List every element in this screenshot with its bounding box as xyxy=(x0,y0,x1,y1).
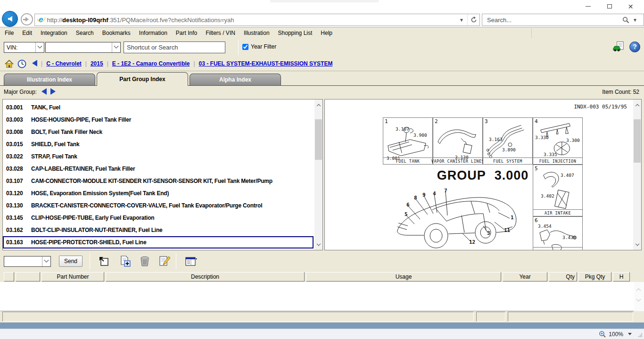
history-clock-icon[interactable] xyxy=(17,59,26,68)
send-button[interactable]: Send xyxy=(59,256,83,267)
scroll-up-icon[interactable] xyxy=(314,100,322,108)
illustration-doc-ref: INDX-003 05/19/95 xyxy=(574,104,627,110)
item-count: Item Count: 52 xyxy=(602,89,639,95)
close-button[interactable]: ✕ xyxy=(620,0,641,13)
scroll-up-icon[interactable] xyxy=(633,100,641,108)
url-scheme: http:// xyxy=(47,17,62,24)
vehicle-select[interactable] xyxy=(45,42,121,53)
major-group-prev-icon[interactable] xyxy=(41,88,47,96)
scroll-down-icon[interactable] xyxy=(633,241,641,249)
breadcrumb-group-link[interactable]: 03 - FUEL SYSTEM-EXHAUST-EMISSION SYSTEM xyxy=(199,60,333,67)
illustration-cell-vapor-canister[interactable]: 2 3.130 VAPOR CANISTER LINES xyxy=(433,117,483,165)
title-bar: ✕ xyxy=(0,0,644,13)
zoom-control[interactable]: 100% xyxy=(599,331,632,338)
list-scrollbar[interactable] xyxy=(314,99,322,250)
column-header-qty[interactable]: Qty xyxy=(549,272,577,281)
vehicle-report-icon[interactable] xyxy=(612,41,625,53)
scroll-down-icon[interactable] xyxy=(636,297,641,302)
search-input[interactable] xyxy=(482,17,622,24)
list-item[interactable]: 03.107CAM-CONNECTOR-MODULE KIT-SENDER KI… xyxy=(3,175,314,187)
refresh-icon[interactable] xyxy=(467,14,479,25)
menu-integration[interactable]: Integration xyxy=(37,28,71,38)
menu-help[interactable]: Help xyxy=(317,28,336,38)
list-select[interactable] xyxy=(4,256,51,267)
list-item[interactable]: 03.015SHIELD, Fuel Tank xyxy=(3,138,314,150)
title-bar-strip xyxy=(270,0,379,2)
results-scroll-area[interactable] xyxy=(634,282,644,311)
column-layout-icon[interactable] xyxy=(185,255,197,267)
status-cell xyxy=(476,312,505,322)
search-dropdown-icon[interactable]: ▼ xyxy=(629,17,641,23)
column-header-blank1[interactable] xyxy=(4,272,14,281)
browser-search-box[interactable]: ▼ xyxy=(482,14,644,26)
list-item-selected[interactable]: 03.163HOSE-PIPE-PROTECTOR-SHIELD, Fuel L… xyxy=(3,236,314,248)
menu-bookmarks[interactable]: Bookmarks xyxy=(99,28,134,38)
results-table-body xyxy=(0,282,634,311)
illustration-cell-air-intake[interactable]: 5 3.407 3.402 AIR INTAKE xyxy=(533,165,583,216)
tab-part-group-index[interactable]: Part Group Index xyxy=(97,72,188,86)
tab-alpha-index[interactable]: Alpha Index xyxy=(190,74,281,85)
maximize-button[interactable] xyxy=(599,0,620,13)
add-document-icon[interactable] xyxy=(119,255,131,267)
menu-information[interactable]: Information xyxy=(135,28,171,38)
list-item[interactable]: 03.028CAP-LABEL-RETAINER, Fuel Tank Fill… xyxy=(3,163,314,175)
illustration-cell-fuel-injection[interactable]: 4 3.330 3.300 3.335 FUEL INJECTION xyxy=(533,117,583,165)
menu-part-info[interactable]: Part Info xyxy=(172,28,201,38)
resize-icon[interactable] xyxy=(98,255,110,267)
list-item[interactable]: 03.022STRAP, Fuel Tank xyxy=(3,150,314,163)
breadcrumb-model-link[interactable]: E - 1E2 - Camaro Convertible xyxy=(112,60,190,67)
shortcut-search-input[interactable] xyxy=(124,41,225,53)
list-item[interactable]: 03.130BRACKET-CANISTER-CONNECTOR-COVER-V… xyxy=(3,199,314,212)
help-icon[interactable]: ? xyxy=(629,41,640,52)
list-item[interactable]: 03.001TANK, Fuel xyxy=(3,101,314,114)
breadcrumb-make-link[interactable]: C - Chevrolet xyxy=(46,60,82,67)
column-header-pkg-qty[interactable]: Pkg Qty xyxy=(578,272,611,281)
list-item[interactable]: 03.145CLIP-HOSE-PIPE-TUBE, Early Fuel Ev… xyxy=(3,212,314,224)
tab-illustration-index[interactable]: Illustration Index xyxy=(4,74,95,85)
results-table-header: Part Number Description Usage Year Qty P… xyxy=(4,272,630,281)
menu-edit[interactable]: Edit xyxy=(18,28,36,38)
scrollbar-thumb[interactable] xyxy=(634,119,641,163)
scrollbar-thumb[interactable] xyxy=(315,119,322,160)
column-header-part-number[interactable]: Part Number xyxy=(41,272,104,281)
search-icon[interactable] xyxy=(622,17,629,24)
list-item[interactable]: 03.162BOLT-CLIP-INSULATOR-NUT-RETAINER, … xyxy=(3,224,314,236)
bottom-divider-bar xyxy=(0,322,644,329)
column-header-usage[interactable]: Usage xyxy=(306,272,501,281)
menu-search[interactable]: Search xyxy=(72,28,98,38)
delete-icon[interactable] xyxy=(139,255,151,267)
edit-document-icon[interactable] xyxy=(158,255,171,267)
minimize-icon xyxy=(586,6,591,7)
year-filter-checkbox[interactable] xyxy=(242,44,248,50)
list-item[interactable]: 03.003HOSE-HOUSING-PIPE, Fuel Tank Fille… xyxy=(3,114,314,126)
menu-filters-vin[interactable]: Filters / VIN xyxy=(202,28,239,38)
status-cell xyxy=(508,312,633,322)
column-header-description[interactable]: Description xyxy=(106,272,305,281)
address-bar[interactable]: e http://desktop-l09qrhf:351/PQMace/root… xyxy=(34,14,480,26)
list-item[interactable]: 03.120HOSE, Evaporation Emission System(… xyxy=(3,187,314,199)
scroll-down-icon[interactable] xyxy=(314,241,322,249)
column-header-blank2[interactable] xyxy=(16,272,40,281)
list-item[interactable]: 03.008BOLT, Fuel Tank Filler Neck xyxy=(3,126,314,138)
menu-illustration[interactable]: Illustration xyxy=(240,28,273,38)
menu-bar: File Edit Integration Search Bookmarks I… xyxy=(0,27,644,38)
illustration-cell-6[interactable]: 6 3.454 3.430 3.469 xyxy=(533,216,583,250)
vin-select[interactable]: VIN: xyxy=(4,42,44,53)
illustration-cell-fuel-tank[interactable]: 1 3.107 3.900 3.001 FUEL TANK xyxy=(383,117,433,165)
menu-shopping-list[interactable]: Shopping List xyxy=(274,28,316,38)
minimize-button[interactable] xyxy=(578,0,599,13)
address-dropdown-icon[interactable]: ▼ xyxy=(456,17,467,23)
column-header-year[interactable]: Year xyxy=(503,272,547,281)
breadcrumb-year-link[interactable]: 2015 xyxy=(91,60,103,67)
forward-button[interactable] xyxy=(21,13,33,25)
back-button[interactable] xyxy=(2,11,18,27)
menu-file[interactable]: File xyxy=(1,28,17,38)
breadcrumb: | C - Chevrolet | 2015 | E - 1E2 - Camar… xyxy=(0,57,644,71)
major-group-next-icon[interactable] xyxy=(50,88,56,96)
home-icon[interactable] xyxy=(5,60,14,68)
column-header-h[interactable]: H xyxy=(613,272,630,281)
illustration-cell-fuel-system[interactable]: 3 3.163 3.890 FUEL SYSTEM xyxy=(483,117,533,165)
breadcrumb-back-icon[interactable] xyxy=(32,60,37,68)
scroll-up-icon[interactable] xyxy=(636,288,641,293)
illustration-scrollbar[interactable] xyxy=(633,99,641,250)
